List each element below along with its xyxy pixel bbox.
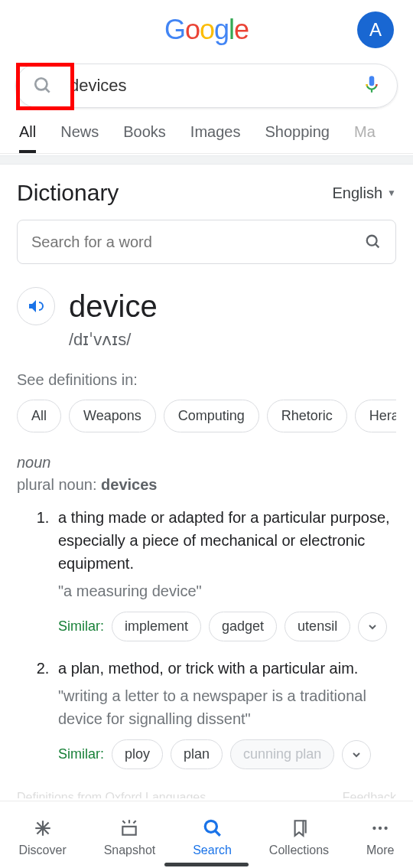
similar-chip[interactable]: implement xyxy=(112,612,201,641)
nav-snapshot[interactable]: Snapshot xyxy=(104,817,156,857)
similar-chip[interactable]: cunning plan xyxy=(230,739,334,769)
account-avatar[interactable]: A xyxy=(357,11,394,48)
expand-button[interactable] xyxy=(342,740,371,769)
part-of-speech: noun xyxy=(17,454,396,472)
svg-point-15 xyxy=(379,826,382,829)
svg-point-14 xyxy=(373,826,376,829)
feedback-link[interactable]: Feedback xyxy=(343,791,396,798)
asterisk-icon xyxy=(33,818,53,838)
speaker-icon xyxy=(27,297,45,315)
search-icon-highlight-box xyxy=(16,63,74,110)
search-tabs: All News Books Images Shopping Ma xyxy=(0,108,413,154)
similar-chip[interactable]: ploy xyxy=(112,739,163,769)
mic-icon[interactable] xyxy=(362,74,382,97)
dictionary-search-input[interactable] xyxy=(31,233,365,251)
category-chips: All Weapons Computing Rhetoric Heraldry xyxy=(17,400,396,432)
chip-computing[interactable]: Computing xyxy=(164,400,259,432)
svg-line-13 xyxy=(215,830,220,836)
chevron-down-icon xyxy=(350,749,363,761)
expand-button[interactable] xyxy=(358,612,387,641)
language-selector[interactable]: English ▼ xyxy=(333,184,397,202)
svg-line-10 xyxy=(134,821,136,823)
chip-weapons[interactable]: Weapons xyxy=(69,400,156,432)
similar-chip[interactable]: plan xyxy=(171,739,223,769)
definition-text: a plan, method, or trick with a particul… xyxy=(58,657,396,680)
more-icon xyxy=(370,818,390,838)
svg-point-16 xyxy=(385,826,388,829)
tab-images[interactable]: Images xyxy=(190,123,241,153)
separator-bar xyxy=(0,155,413,165)
headword: device xyxy=(69,289,158,324)
similar-label: Similar: xyxy=(58,618,104,635)
bottom-nav: Discover Snapshot Search Collections Mor… xyxy=(0,801,413,868)
source-label: Definitions from Oxford Languages xyxy=(17,791,206,798)
nav-search[interactable]: Search xyxy=(193,817,232,857)
google-logo: Google xyxy=(164,14,249,46)
similar-chip[interactable]: gadget xyxy=(209,612,277,641)
tab-news[interactable]: News xyxy=(60,123,99,153)
nav-collections[interactable]: Collections xyxy=(269,817,329,857)
tab-all[interactable]: All xyxy=(19,123,36,153)
search-icon xyxy=(203,818,223,838)
svg-rect-8 xyxy=(123,826,136,834)
chip-heraldry[interactable]: Heraldry xyxy=(355,400,396,432)
definition-text: a thing made or adapted for a particular… xyxy=(58,506,396,575)
similar-chip[interactable]: utensil xyxy=(285,612,350,641)
nav-discover[interactable]: Discover xyxy=(18,817,66,857)
definition-example: "a measuring device" xyxy=(58,579,396,602)
similar-label: Similar: xyxy=(58,746,104,762)
plural-label: plural noun: devices xyxy=(17,476,396,494)
pronounce-button[interactable] xyxy=(17,287,55,325)
definition-example: "writing a letter to a newspaper is a tr… xyxy=(58,684,396,730)
svg-line-3 xyxy=(376,244,379,248)
definition-1: a thing made or adapted for a particular… xyxy=(54,506,396,641)
definition-2: a plan, method, or trick with a particul… xyxy=(54,657,396,769)
svg-line-9 xyxy=(123,821,125,823)
svg-point-2 xyxy=(367,236,377,246)
language-label: English xyxy=(333,184,383,202)
search-input[interactable] xyxy=(70,76,362,96)
search-icon[interactable] xyxy=(365,233,382,250)
chevron-down-icon: ▼ xyxy=(387,188,396,198)
chevron-down-icon xyxy=(366,621,379,633)
dictionary-search[interactable] xyxy=(17,220,396,264)
svg-point-12 xyxy=(205,821,216,832)
search-bar[interactable] xyxy=(15,64,398,108)
bookmark-icon xyxy=(289,818,309,838)
nav-more[interactable]: More xyxy=(366,817,394,857)
tab-shopping[interactable]: Shopping xyxy=(265,123,330,153)
pronunciation: /dɪˈvʌɪs/ xyxy=(69,330,396,350)
home-indicator xyxy=(164,863,249,866)
tab-more-cut[interactable]: Ma xyxy=(354,123,376,153)
snapshot-icon xyxy=(119,818,139,838)
chip-rhetoric[interactable]: Rhetoric xyxy=(267,400,347,432)
chip-all[interactable]: All xyxy=(17,400,61,432)
dictionary-title: Dictionary xyxy=(17,180,119,206)
tab-books[interactable]: Books xyxy=(123,123,166,153)
see-definitions-label: See definitions in: xyxy=(17,371,396,389)
